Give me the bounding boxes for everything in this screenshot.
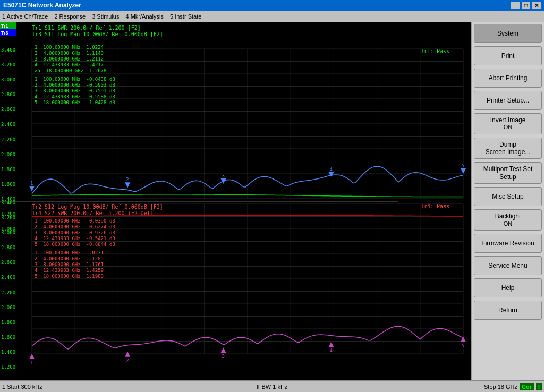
service-menu-button[interactable]: Service Menu [474,256,542,275]
printer-setup-button[interactable]: Printer Setup... [474,91,542,110]
sidebar: System Print Abort Printing Printer Setu… [471,22,544,380]
main-container: System Print Abort Printing Printer Setu… [0,22,544,380]
status-start: 1 Start 300 kHz [2,384,484,390]
close-icon[interactable]: ✕ [532,2,541,9]
menu-instr-state[interactable]: 5 Instr State [170,13,201,20]
chart-canvas [0,22,471,380]
minimize-icon[interactable]: _ [511,2,520,9]
dump-screen-image-button[interactable]: DumpScreen Image... [474,138,542,159]
system-button[interactable]: System [474,24,542,43]
status-cor-tag: Cor [520,383,534,390]
menu-response[interactable]: 2 Response [54,13,86,20]
status-ifbw: IFBW 1 kHz [257,384,288,390]
print-button[interactable]: Print [474,46,542,65]
title-text: E5071C Network Analyzer [3,2,81,9]
status-bar: 1 Start 300 kHz IFBW 1 kHz Stop 18 GHz C… [0,380,544,392]
backlight-button[interactable]: Backlight ON [474,209,542,231]
firmware-revision-button[interactable]: Firmware Revision [474,234,542,253]
backlight-status: ON [504,220,513,227]
invert-image-button[interactable]: Invert Image ON [474,113,542,134]
invert-image-label: Invert Image [490,116,526,124]
status-stop-text: Stop 18 GHz [484,384,517,390]
invert-image-status: ON [504,124,513,131]
backlight-label: Backlight [495,212,521,220]
return-button[interactable]: Return [474,301,542,320]
status-stop: Stop 18 GHz Cor I [484,383,542,390]
status-i-tag: I [536,383,542,390]
misc-setup-button[interactable]: Misc Setup [474,187,542,206]
maximize-icon[interactable]: □ [522,2,530,9]
abort-printing-button[interactable]: Abort Printing [474,69,542,88]
chart-area [0,22,471,380]
dump-screen-label: DumpScreen Image... [486,141,531,156]
multiport-test-set-setup-button[interactable]: Multiport Test Set Setup [474,162,542,184]
menu-stimulus[interactable]: 3 Stimulus [92,13,119,20]
help-button[interactable]: Help [474,278,542,297]
menu-mkr-analysis[interactable]: 4 Mkr/Analysis [125,13,164,20]
title-bar: E5071C Network Analyzer _ □ ✕ [0,0,544,11]
menu-active-ch-trace[interactable]: 1 Active Ch/Trace [2,13,48,20]
menu-bar: 1 Active Ch/Trace 2 Response 3 Stimulus … [0,11,544,22]
